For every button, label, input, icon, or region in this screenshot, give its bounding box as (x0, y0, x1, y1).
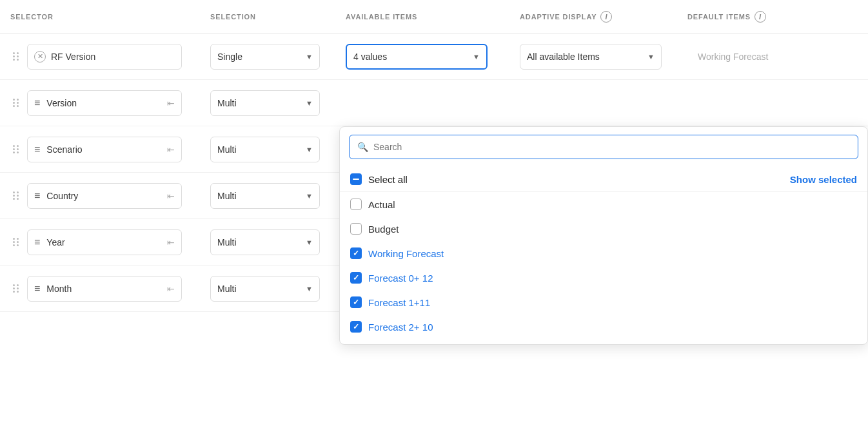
filter-icon-year: ≡ (34, 237, 40, 248)
remove-rf-version-button[interactable]: ✕ (34, 51, 46, 63)
available-values-dropdown[interactable]: 4 values ▼ (346, 44, 488, 70)
chevron-down-icon: ▼ (647, 53, 655, 61)
available-items-dropdown: 🔍 Select all Show selected Actual Budget (339, 126, 868, 345)
selection-multi-version-dropdown[interactable]: Multi ▼ (210, 90, 320, 116)
chip-rf-version-label: RF Version (51, 52, 95, 62)
search-input[interactable] (373, 142, 850, 152)
list-item-actual[interactable]: Actual (340, 192, 867, 217)
chevron-down-icon: ▼ (306, 238, 313, 246)
chip-version: ≡ Version ⇤ (27, 90, 182, 116)
chip-country-label: Country (46, 191, 78, 201)
header-selector: SELECTOR (10, 13, 210, 21)
dropdown-container: 🔍 Select all Show selected Actual Budget (0, 80, 868, 312)
list-item-forecast-0-12[interactable]: ✓ Forecast 0+ 12 (340, 266, 867, 290)
adaptive-display-dropdown[interactable]: All available Items ▼ (520, 44, 662, 70)
chip-version-label: Version (46, 98, 77, 108)
selection-multi-country-dropdown[interactable]: Multi ▼ (210, 183, 320, 209)
header-available: AVAILABLE ITEMS (346, 13, 520, 21)
row-version: ≡ Version ⇤ Multi ▼ (0, 80, 868, 126)
header-default: DEFAULT ITEMS i (687, 11, 858, 23)
chip-month: ≡ Month ⇤ (27, 276, 182, 302)
checkbox-budget[interactable] (350, 223, 362, 235)
checkmark-icon: ✓ (353, 298, 359, 307)
minus-icon (353, 179, 359, 180)
chevron-down-icon: ▼ (306, 53, 313, 61)
header-selection: SELECTION (210, 13, 346, 21)
chip-scenario-label: Scenario (46, 144, 82, 155)
chevron-down-icon: ▼ (306, 192, 313, 200)
filter-icon-month: ≡ (34, 283, 40, 295)
checkmark-icon: ✓ (353, 322, 359, 331)
select-all-row: Select all Show selected (340, 167, 867, 192)
item-label-forecast-2-10: Forecast 2+ 10 (368, 322, 433, 333)
checkbox-working-forecast[interactable]: ✓ (350, 247, 362, 259)
chevron-down-icon: ▼ (306, 285, 313, 293)
select-all-label: Select all (368, 174, 408, 185)
item-label-budget: Budget (368, 224, 399, 235)
filter-icon-country: ≡ (34, 190, 40, 202)
selection-multi-month-dropdown[interactable]: Multi ▼ (210, 276, 320, 302)
item-label-actual: Actual (368, 199, 395, 210)
checkbox-forecast-1-11[interactable]: ✓ (350, 296, 362, 308)
chevron-down-icon: ▼ (473, 53, 480, 61)
list-item-budget[interactable]: Budget (340, 217, 867, 241)
row-rf-version: ✕ RF Version Single ▼ 4 values ▼ All ava… (0, 34, 868, 80)
search-wrapper: 🔍 (340, 135, 867, 167)
item-label-forecast-0-12: Forecast 0+ 12 (368, 273, 433, 284)
list-item-forecast-1-11[interactable]: ✓ Forecast 1+11 (340, 290, 867, 315)
checkmark-icon: ✓ (353, 249, 359, 258)
checkmark-icon: ✓ (353, 273, 359, 282)
shrink-icon-month: ⇤ (167, 284, 175, 294)
drag-handle-scenario[interactable] (10, 142, 23, 156)
drag-handle-version[interactable] (10, 96, 23, 110)
drag-handle-month[interactable] (10, 282, 23, 295)
chevron-down-icon: ▼ (306, 99, 313, 107)
chip-year-label: Year (46, 237, 64, 247)
adaptive-info-icon[interactable]: i (600, 11, 612, 23)
selection-multi-year-dropdown[interactable]: Multi ▼ (210, 229, 320, 255)
chip-scenario: ≡ Scenario ⇤ (27, 137, 182, 162)
list-item-working-forecast[interactable]: ✓ Working Forecast (340, 241, 867, 266)
search-icon: 🔍 (357, 142, 368, 152)
header-row: SELECTOR SELECTION AVAILABLE ITEMS ADAPT… (0, 0, 868, 34)
chip-country: ≡ Country ⇤ (27, 183, 182, 209)
shrink-icon-scenario: ⇤ (167, 144, 175, 155)
shrink-icon-version: ⇤ (167, 98, 175, 108)
selection-single-dropdown[interactable]: Single ▼ (210, 44, 320, 70)
show-selected-button[interactable]: Show selected (790, 174, 857, 185)
drag-handle-year[interactable] (10, 235, 23, 249)
item-label-forecast-1-11: Forecast 1+11 (368, 297, 430, 308)
checkbox-actual[interactable] (350, 199, 362, 210)
chip-rf-version: ✕ RF Version (27, 44, 182, 70)
selection-multi-scenario-dropdown[interactable]: Multi ▼ (210, 137, 320, 162)
item-label-working-forecast: Working Forecast (368, 248, 444, 259)
drag-handle-country[interactable] (10, 189, 23, 202)
filter-icon-scenario: ≡ (34, 144, 40, 155)
search-box: 🔍 (349, 135, 858, 159)
select-all-checkbox[interactable] (350, 173, 362, 185)
select-all-left: Select all (350, 173, 408, 185)
default-value-rf-version: Working Forecast (687, 52, 768, 62)
shrink-icon-country: ⇤ (167, 191, 175, 201)
header-adaptive: ADAPTIVE DISPLAY i (520, 11, 687, 23)
list-item-forecast-2-10[interactable]: ✓ Forecast 2+ 10 (340, 315, 867, 339)
checkbox-forecast-0-12[interactable]: ✓ (350, 272, 362, 284)
filter-icon-version: ≡ (34, 97, 40, 109)
drag-handle-rf-version[interactable] (10, 50, 23, 63)
shrink-icon-year: ⇤ (167, 237, 175, 247)
default-info-icon[interactable]: i (755, 11, 766, 23)
chip-year: ≡ Year ⇤ (27, 229, 182, 255)
chevron-down-icon: ▼ (306, 146, 313, 153)
chip-month-label: Month (46, 284, 72, 294)
checkbox-forecast-2-10[interactable]: ✓ (350, 321, 362, 333)
